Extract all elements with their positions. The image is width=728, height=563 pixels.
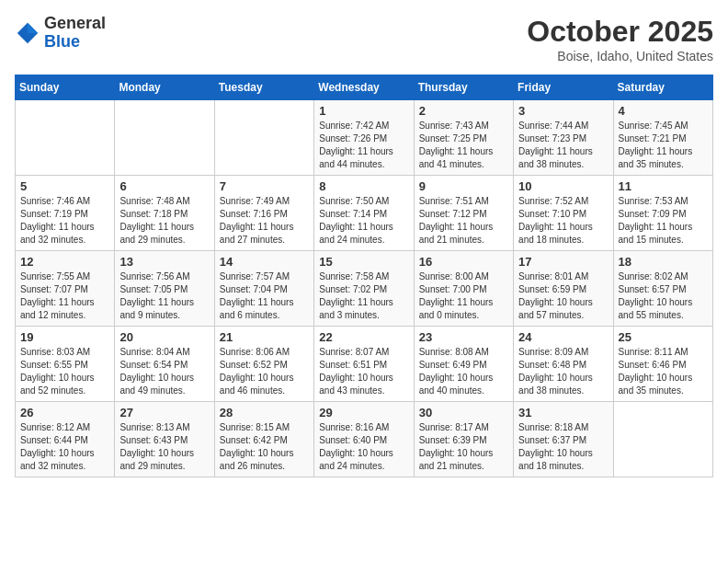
header-monday: Monday — [115, 75, 214, 100]
page-header: General Blue October 2025 Boise, Idaho, … — [15, 15, 713, 63]
day-cell-1-3: 8Sunrise: 7:50 AM Sunset: 7:14 PM Daylig… — [314, 176, 414, 251]
day-number: 19 — [20, 330, 109, 344]
day-cell-2-4: 16Sunrise: 8:00 AM Sunset: 7:00 PM Dayli… — [414, 251, 513, 327]
day-info: Sunrise: 7:49 AM Sunset: 7:16 PM Dayligh… — [220, 195, 309, 247]
day-info: Sunrise: 7:57 AM Sunset: 7:04 PM Dayligh… — [220, 270, 309, 322]
day-info: Sunrise: 8:16 AM Sunset: 6:40 PM Dayligh… — [319, 421, 408, 473]
header-sunday: Sunday — [16, 75, 115, 100]
day-cell-3-5: 24Sunrise: 8:09 AM Sunset: 6:48 PM Dayli… — [514, 327, 613, 402]
day-info: Sunrise: 7:52 AM Sunset: 7:10 PM Dayligh… — [518, 195, 608, 247]
day-cell-1-6: 11Sunrise: 7:53 AM Sunset: 7:09 PM Dayli… — [613, 176, 712, 251]
day-cell-4-5: 31Sunrise: 8:18 AM Sunset: 6:37 PM Dayli… — [514, 402, 613, 477]
day-number: 17 — [518, 255, 608, 269]
day-info: Sunrise: 8:02 AM Sunset: 6:57 PM Dayligh… — [619, 270, 708, 322]
logo-blue-text: Blue — [44, 33, 106, 52]
day-cell-2-0: 12Sunrise: 7:55 AM Sunset: 7:07 PM Dayli… — [16, 251, 115, 327]
day-number: 6 — [119, 179, 209, 193]
day-info: Sunrise: 8:08 AM Sunset: 6:49 PM Dayligh… — [419, 346, 508, 397]
day-info: Sunrise: 7:44 AM Sunset: 7:23 PM Dayligh… — [518, 120, 608, 171]
day-cell-4-4: 30Sunrise: 8:17 AM Sunset: 6:39 PM Dayli… — [414, 402, 513, 477]
location-text: Boise, Idaho, United States — [527, 49, 713, 63]
day-cell-0-4: 2Sunrise: 7:43 AM Sunset: 7:25 PM Daylig… — [414, 100, 513, 176]
day-cell-0-1 — [115, 100, 214, 176]
day-number: 28 — [220, 406, 309, 419]
day-info: Sunrise: 7:46 AM Sunset: 7:19 PM Dayligh… — [20, 195, 109, 247]
day-number: 7 — [220, 179, 309, 193]
day-number: 30 — [419, 406, 508, 419]
day-cell-2-3: 15Sunrise: 7:58 AM Sunset: 7:02 PM Dayli… — [314, 251, 414, 327]
header-thursday: Thursday — [414, 75, 513, 100]
day-number: 3 — [518, 104, 608, 118]
week-row-2: 12Sunrise: 7:55 AM Sunset: 7:07 PM Dayli… — [16, 251, 713, 327]
day-info: Sunrise: 8:13 AM Sunset: 6:43 PM Dayligh… — [119, 421, 209, 473]
day-info: Sunrise: 8:09 AM Sunset: 6:48 PM Dayligh… — [518, 346, 608, 397]
day-number: 11 — [619, 179, 708, 193]
day-cell-1-0: 5Sunrise: 7:46 AM Sunset: 7:19 PM Daylig… — [16, 176, 115, 251]
day-info: Sunrise: 7:48 AM Sunset: 7:18 PM Dayligh… — [119, 195, 209, 247]
week-row-1: 5Sunrise: 7:46 AM Sunset: 7:19 PM Daylig… — [16, 176, 713, 251]
day-info: Sunrise: 8:00 AM Sunset: 7:00 PM Dayligh… — [419, 270, 508, 322]
logo-icon — [15, 20, 40, 46]
svg-marker-1 — [28, 23, 38, 33]
day-number: 15 — [319, 255, 408, 269]
logo-general-text: General — [44, 15, 106, 33]
day-info: Sunrise: 7:58 AM Sunset: 7:02 PM Dayligh… — [319, 270, 408, 322]
day-cell-3-1: 20Sunrise: 8:04 AM Sunset: 6:54 PM Dayli… — [115, 327, 214, 402]
week-row-4: 26Sunrise: 8:12 AM Sunset: 6:44 PM Dayli… — [16, 402, 713, 477]
day-number: 14 — [220, 255, 309, 269]
day-number: 8 — [319, 179, 408, 193]
day-number: 27 — [119, 406, 209, 419]
day-cell-0-2 — [214, 100, 313, 176]
day-cell-4-6 — [613, 402, 712, 477]
week-row-0: 1Sunrise: 7:42 AM Sunset: 7:26 PM Daylig… — [16, 100, 713, 176]
day-cell-3-0: 19Sunrise: 8:03 AM Sunset: 6:55 PM Dayli… — [16, 327, 115, 402]
day-cell-4-0: 26Sunrise: 8:12 AM Sunset: 6:44 PM Dayli… — [16, 402, 115, 477]
day-info: Sunrise: 8:18 AM Sunset: 6:37 PM Dayligh… — [518, 421, 608, 473]
day-number: 10 — [518, 179, 608, 193]
day-cell-4-3: 29Sunrise: 8:16 AM Sunset: 6:40 PM Dayli… — [314, 402, 414, 477]
day-number: 16 — [419, 255, 508, 269]
day-number: 2 — [419, 104, 508, 118]
calendar-table: Sunday Monday Tuesday Wednesday Thursday… — [15, 75, 713, 477]
day-info: Sunrise: 8:11 AM Sunset: 6:46 PM Dayligh… — [619, 346, 708, 397]
month-title: October 2025 — [527, 15, 713, 49]
day-cell-0-6: 4Sunrise: 7:45 AM Sunset: 7:21 PM Daylig… — [613, 100, 712, 176]
day-cell-0-5: 3Sunrise: 7:44 AM Sunset: 7:23 PM Daylig… — [514, 100, 613, 176]
day-info: Sunrise: 7:51 AM Sunset: 7:12 PM Dayligh… — [419, 195, 508, 247]
day-info: Sunrise: 8:01 AM Sunset: 6:59 PM Dayligh… — [518, 270, 608, 322]
day-number: 9 — [419, 179, 508, 193]
day-number: 31 — [518, 406, 608, 419]
day-cell-1-2: 7Sunrise: 7:49 AM Sunset: 7:16 PM Daylig… — [214, 176, 313, 251]
day-info: Sunrise: 7:43 AM Sunset: 7:25 PM Dayligh… — [419, 120, 508, 171]
day-number: 21 — [220, 330, 309, 344]
day-info: Sunrise: 7:53 AM Sunset: 7:09 PM Dayligh… — [619, 195, 708, 247]
day-info: Sunrise: 8:17 AM Sunset: 6:39 PM Dayligh… — [419, 421, 508, 473]
day-info: Sunrise: 7:56 AM Sunset: 7:05 PM Dayligh… — [119, 270, 209, 322]
day-info: Sunrise: 7:42 AM Sunset: 7:26 PM Dayligh… — [319, 120, 408, 171]
day-cell-3-2: 21Sunrise: 8:06 AM Sunset: 6:52 PM Dayli… — [214, 327, 313, 402]
day-cell-4-2: 28Sunrise: 8:15 AM Sunset: 6:42 PM Dayli… — [214, 402, 313, 477]
day-number: 1 — [319, 104, 408, 118]
day-info: Sunrise: 8:03 AM Sunset: 6:55 PM Dayligh… — [20, 346, 109, 397]
day-cell-3-4: 23Sunrise: 8:08 AM Sunset: 6:49 PM Dayli… — [414, 327, 513, 402]
day-number: 4 — [619, 104, 708, 118]
day-info: Sunrise: 8:12 AM Sunset: 6:44 PM Dayligh… — [20, 421, 109, 473]
header-tuesday: Tuesday — [214, 75, 313, 100]
title-area: October 2025 Boise, Idaho, United States — [527, 15, 713, 63]
day-cell-1-4: 9Sunrise: 7:51 AM Sunset: 7:12 PM Daylig… — [414, 176, 513, 251]
day-number: 13 — [119, 255, 209, 269]
weekday-header-row: Sunday Monday Tuesday Wednesday Thursday… — [16, 75, 713, 100]
week-row-3: 19Sunrise: 8:03 AM Sunset: 6:55 PM Dayli… — [16, 327, 713, 402]
day-info: Sunrise: 7:55 AM Sunset: 7:07 PM Dayligh… — [20, 270, 109, 322]
day-cell-2-6: 18Sunrise: 8:02 AM Sunset: 6:57 PM Dayli… — [613, 251, 712, 327]
day-cell-1-5: 10Sunrise: 7:52 AM Sunset: 7:10 PM Dayli… — [514, 176, 613, 251]
day-cell-4-1: 27Sunrise: 8:13 AM Sunset: 6:43 PM Dayli… — [115, 402, 214, 477]
day-cell-0-3: 1Sunrise: 7:42 AM Sunset: 7:26 PM Daylig… — [314, 100, 414, 176]
day-cell-2-5: 17Sunrise: 8:01 AM Sunset: 6:59 PM Dayli… — [514, 251, 613, 327]
day-info: Sunrise: 8:15 AM Sunset: 6:42 PM Dayligh… — [220, 421, 309, 473]
day-number: 23 — [419, 330, 508, 344]
day-number: 25 — [619, 330, 708, 344]
day-number: 5 — [20, 179, 109, 193]
day-info: Sunrise: 7:45 AM Sunset: 7:21 PM Dayligh… — [619, 120, 708, 171]
day-number: 29 — [319, 406, 408, 419]
